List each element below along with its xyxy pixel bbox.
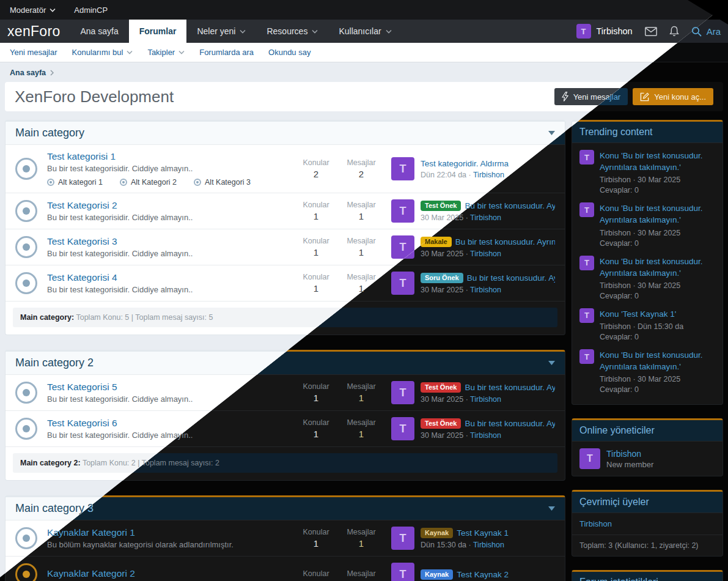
trending-item-title[interactable]: Konu 'Bu bir test konusudur. Ayrıntılara…	[600, 150, 715, 173]
last-post-meta: 30 Mar 2025 · Tirbishon	[421, 431, 555, 440]
last-post-user-link[interactable]: Tirbishon	[470, 213, 501, 222]
forum-title-link[interactable]: Test Kategorisi 2	[47, 200, 117, 211]
forum-title-link[interactable]: Test Kategorisi 5	[47, 382, 117, 393]
trending-item: TKonu 'Bu bir test konusudur. Ayrıntılar…	[579, 256, 715, 300]
avatar[interactable]: T	[391, 381, 414, 404]
new-topic-button[interactable]: Yeni konu aç...	[633, 88, 713, 105]
subforum-link[interactable]: Alt kategori 1	[47, 178, 103, 187]
tab-label: Forumlar	[139, 26, 177, 36]
mail-icon[interactable]	[645, 27, 657, 36]
forum-description: Bu bir test kategorisidir. Ciddiye almay…	[47, 164, 293, 173]
last-post-user-link[interactable]: Tirbishon	[470, 395, 501, 404]
trending-item-info: Konu 'Bu bir test konusudur. Ayrıntılara…	[600, 150, 715, 194]
node-dot	[122, 181, 125, 183]
online-mod-user: T Tirbishon New member	[572, 442, 722, 476]
topics-stat-label: Konular	[293, 418, 339, 427]
last-post-title[interactable]: KaynakTest Kaynak 1	[421, 528, 509, 538]
forum-title-link[interactable]: Test kategorisi 1	[47, 151, 116, 162]
avatar[interactable]: T	[576, 24, 591, 39]
online-members-title: Çevrimiçi üyeler	[572, 492, 722, 513]
avatar[interactable]: T	[579, 256, 594, 270]
trending-item-title[interactable]: Konu 'Test Kaynak 1'	[600, 308, 683, 320]
last-post-title[interactable]: Test kategoridir. Aldırma	[421, 159, 509, 168]
avatar[interactable]: T	[579, 150, 594, 165]
messages-stat-label: Mesajlar	[339, 418, 384, 427]
trending-item-title[interactable]: Konu 'Bu bir test konusudur. Ayrıntılara…	[600, 256, 715, 279]
trending-item: TKonu 'Bu bir test konusudur. Ayrıntılar…	[579, 150, 715, 194]
avatar[interactable]: T	[579, 349, 594, 364]
forum-info: Test Kategorisi 2Bu bir test kategorisid…	[47, 200, 293, 222]
trending-item-replies: Cevaplar: 0	[600, 292, 715, 300]
last-post-user-link[interactable]: Tirbishon	[470, 250, 501, 258]
avatar[interactable]: T	[391, 527, 414, 550]
topics-stat-label: Konular	[293, 528, 339, 536]
moderator-menu[interactable]: Moderatör	[10, 6, 56, 15]
last-post-info: MakaleBu bir test konusudur. Ayrın...30 …	[421, 237, 555, 258]
last-post-title[interactable]: KaynakTest Kaynak 2	[421, 569, 509, 580]
avatar[interactable]: T	[391, 199, 414, 223]
subnav-konular-m-bul[interactable]: Konularımı bul	[72, 48, 133, 57]
forum-info: Kaynaklar Kategori 2	[47, 568, 293, 581]
tab-resources[interactable]: Resources	[256, 20, 328, 43]
subforum-node-icon	[47, 179, 54, 186]
user-menu[interactable]: T Tirbishon	[576, 24, 633, 39]
breadcrumb-home[interactable]: Ana sayfa	[10, 68, 46, 77]
logo[interactable]: xenForo	[7, 20, 60, 43]
forum-description: Bu bölüm kaynaklar kategorisi olarak adl…	[47, 540, 293, 549]
tab-ana-sayfa[interactable]: Ana sayfa	[70, 20, 128, 43]
avatar[interactable]: T	[391, 272, 414, 295]
subforum-link[interactable]: Alt Kategori 3	[194, 178, 251, 187]
topics-stat-value: 1	[293, 393, 339, 403]
last-post-user-link[interactable]: Tirbishon	[473, 541, 504, 549]
last-post-user-link[interactable]: Tirbishon	[473, 171, 504, 179]
last-post-info: Test ÖnekBu bir test konusudur. Ay...30 …	[421, 418, 555, 440]
trending-item-title[interactable]: Konu 'Bu bir test konusudur. Ayrıntılara…	[600, 349, 715, 372]
chevron-down-icon	[178, 50, 185, 54]
topics-stat-value: 1	[293, 429, 339, 439]
subnav-yeni-mesajlar[interactable]: Yeni mesajlar	[10, 48, 57, 57]
tab-forumlar[interactable]: Forumlar	[129, 20, 187, 43]
subnav-takipler[interactable]: Takipler	[147, 48, 185, 57]
online-mod-name[interactable]: Tirbishon	[606, 449, 653, 459]
subnav-forumlarda-ara[interactable]: Forumlarda ara	[199, 48, 254, 57]
avatar[interactable]: T	[391, 417, 414, 440]
forum-description: Bu bir test kategorisidir. Ciddiye almay…	[47, 285, 293, 294]
last-post-user-link[interactable]: Tirbishon	[470, 431, 501, 440]
forum-title-link[interactable]: Test Kategorisi 3	[47, 236, 117, 247]
bell-icon[interactable]	[669, 26, 679, 37]
subforum-link[interactable]: Alt Kategori 2	[120, 178, 177, 187]
last-post-user-link[interactable]: Tirbishon	[470, 286, 501, 294]
avatar[interactable]: T	[579, 448, 600, 469]
online-member-name[interactable]: Tirbishon	[572, 513, 722, 535]
subnav-okundu-say[interactable]: Okundu say	[268, 48, 311, 57]
avatar[interactable]: T	[391, 563, 414, 581]
last-post-title[interactable]: Soru ÖnekBu bir test konusudur. Ay...	[421, 273, 555, 283]
modlink-label: Moderatör	[10, 6, 46, 15]
forum-title-link[interactable]: Test Kategorisi 4	[47, 272, 117, 283]
trending-item: TKonu 'Bu bir test konusudur. Ayrıntılar…	[579, 349, 715, 394]
forum-title-link[interactable]: Test Kategorisi 6	[47, 418, 117, 429]
node-dot	[23, 425, 30, 432]
tab-label: Ana sayfa	[80, 26, 118, 36]
avatar[interactable]: T	[391, 157, 414, 180]
last-post-time: 30 Mar 2025	[421, 395, 463, 404]
collapse-chevron-icon	[548, 361, 555, 365]
trending-item-replies: Cevaplar: 0	[600, 186, 715, 194]
forum-row: Test kategorisi 1Bu bir test kategorisid…	[6, 145, 565, 193]
last-post-title[interactable]: MakaleBu bir test konusudur. Ayrın...	[421, 237, 555, 247]
trending-item-title[interactable]: Konu 'Bu bir test konusudur. Ayrıntılara…	[600, 202, 715, 226]
admincp-link[interactable]: AdminCP	[74, 6, 108, 15]
forum-stats-title: Forum istatistikleri	[572, 572, 722, 581]
forum-info: Test Kategorisi 4Bu bir test kategorisid…	[47, 272, 293, 294]
avatar[interactable]: T	[579, 202, 594, 217]
tab-neler-yeni[interactable]: Neler yeni	[186, 20, 256, 43]
last-post-title[interactable]: Test ÖnekBu bir test konusudur. Ay...	[421, 418, 555, 429]
forum-title-link[interactable]: Kaynaklar Kategori 2	[47, 568, 135, 579]
last-post-title-text: Bu bir test konusudur. Ayrın...	[455, 237, 555, 246]
trending-item-meta: Tirbishon · 30 Mar 2025	[600, 176, 715, 184]
category-block: Main category 3Kaynaklar Kategori 1Bu bö…	[5, 495, 565, 581]
forum-node-icon	[15, 272, 37, 294]
last-post-title[interactable]: Test ÖnekBu bir test konusudur. Ay...	[421, 382, 555, 393]
avatar[interactable]: T	[579, 308, 594, 323]
tab-kullan-c-lar[interactable]: Kullanıcılar	[328, 20, 402, 43]
